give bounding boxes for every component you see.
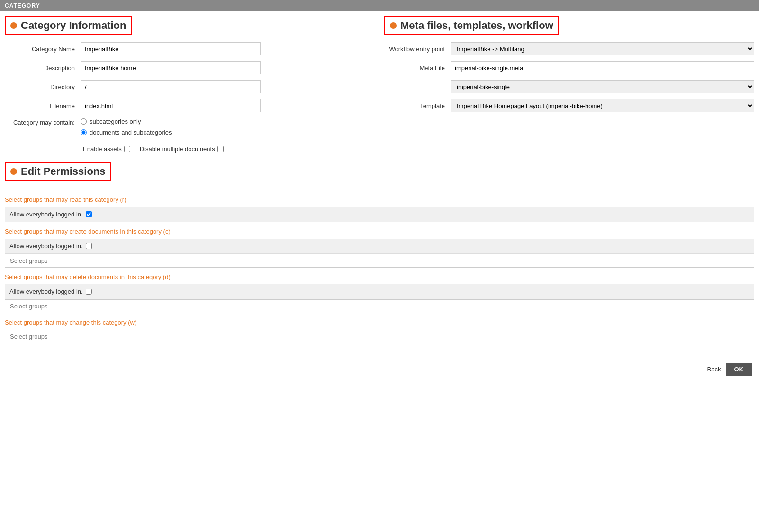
enable-assets-label: Enable assets [83, 145, 122, 153]
permission-group-create: Select groups that may create documents … [5, 227, 754, 268]
workflow-select[interactable]: ImperialBike -> Multilang [451, 42, 754, 55]
permission-create-select[interactable] [5, 254, 754, 267]
page-footer: Back OK [0, 358, 759, 380]
description-label: Description [5, 64, 81, 72]
checkbox-row: Enable assets Disable multiple documents [83, 145, 375, 153]
meta-file-label: Meta File [384, 64, 451, 72]
permission-change-select[interactable] [5, 330, 754, 343]
radio-documents-label: documents and subcategories [90, 129, 172, 136]
permission-delete-select[interactable] [5, 300, 754, 313]
permission-group-read: Select groups that may read this categor… [5, 195, 754, 222]
template-row: Template Imperial Bike Homepage Layout (… [384, 99, 754, 112]
enable-assets-item: Enable assets [83, 145, 130, 153]
permission-read-checkbox[interactable] [86, 211, 92, 217]
category-info-header: Category Information [5, 16, 132, 35]
filename-input[interactable] [81, 99, 261, 112]
category-info-title: Category Information [21, 19, 126, 32]
meta-section-title: Meta files, templates, workflow [400, 19, 553, 32]
meta-select[interactable]: imperial-bike-single [451, 80, 754, 93]
template-select[interactable]: Imperial Bike Homepage Layout (imperial-… [451, 99, 754, 112]
workflow-row: Workflow entry point ImperialBike -> Mul… [384, 42, 754, 55]
category-info-dot [10, 22, 17, 29]
enable-assets-checkbox[interactable] [124, 146, 130, 152]
category-name-row: Category Name [5, 42, 375, 55]
permission-read-allow-row: Allow everybody logged in. [5, 207, 754, 222]
meta-file-input[interactable] [451, 61, 754, 74]
filename-label: Filename [5, 102, 81, 109]
directory-label: Directory [5, 83, 81, 90]
radio-documents[interactable] [81, 129, 87, 135]
permission-create-checkbox[interactable] [86, 243, 92, 249]
permissions-header-wrap: Edit Permissions [5, 162, 754, 188]
disable-multiple-label: Disable multiple documents [140, 145, 215, 153]
meta-section-dot [390, 22, 397, 29]
permission-read-allow-label: Allow everybody logged in. [9, 211, 83, 218]
permission-create-select-wrap [5, 254, 754, 268]
directory-row: Directory [5, 80, 375, 93]
permissions-section: Edit Permissions Select groups that may … [5, 162, 754, 343]
radio-documents-item: documents and subcategories [81, 129, 172, 136]
description-row: Description [5, 61, 375, 74]
permission-create-allow-label: Allow everybody logged in. [9, 243, 83, 250]
permission-create-label: Select groups that may create documents … [5, 227, 754, 236]
disable-multiple-checkbox[interactable] [217, 146, 224, 152]
permission-delete-label: Select groups that may delete documents … [5, 272, 754, 281]
permission-delete-allow-row: Allow everybody logged in. [5, 284, 754, 299]
meta-file-row: Meta File [384, 61, 754, 74]
permission-delete-select-wrap [5, 299, 754, 313]
category-name-label: Category Name [5, 45, 81, 53]
may-contain-label: Category may contain: [5, 118, 81, 126]
back-button[interactable]: Back [707, 366, 721, 373]
meta-section: Meta files, templates, workflow Workflow… [384, 16, 754, 153]
ok-button[interactable]: OK [726, 363, 752, 376]
permission-change-select-wrap [5, 330, 754, 343]
category-info-section: Category Information Category Name Descr… [5, 16, 375, 153]
permission-create-allow-row: Allow everybody logged in. [5, 239, 754, 254]
permissions-dot [10, 168, 17, 175]
permission-group-delete: Select groups that may delete documents … [5, 272, 754, 313]
category-name-input[interactable] [81, 42, 261, 55]
permissions-header: Edit Permissions [5, 162, 111, 181]
permission-change-label: Select groups that may change this categ… [5, 318, 754, 327]
permission-delete-checkbox[interactable] [86, 289, 92, 295]
may-contain-row: Category may contain: subcategories only… [5, 118, 375, 140]
permission-group-change: Select groups that may change this categ… [5, 318, 754, 343]
permission-delete-allow-label: Allow everybody logged in. [9, 288, 83, 295]
disable-multiple-item: Disable multiple documents [140, 145, 224, 153]
workflow-label: Workflow entry point [384, 45, 451, 53]
directory-input[interactable] [81, 80, 261, 93]
meta-select-row: imperial-bike-single [384, 80, 754, 93]
radio-subcategories[interactable] [81, 118, 87, 125]
meta-section-header: Meta files, templates, workflow [384, 16, 559, 35]
page-header: CATEGORY [0, 0, 759, 11]
radio-subcategories-item: subcategories only [81, 118, 172, 125]
template-label: Template [384, 102, 451, 109]
permissions-title: Edit Permissions [21, 165, 106, 178]
filename-row: Filename [5, 99, 375, 112]
radio-subcategories-label: subcategories only [90, 118, 141, 125]
description-input[interactable] [81, 61, 261, 74]
permission-read-label: Select groups that may read this categor… [5, 195, 754, 204]
